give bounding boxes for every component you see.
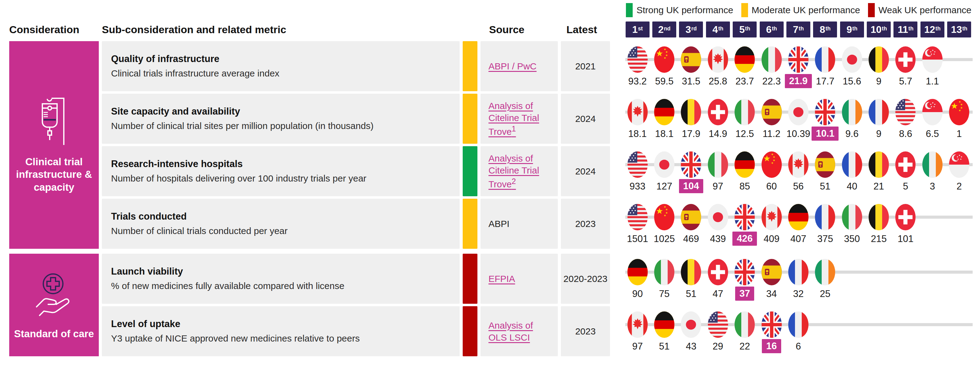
- source-link[interactable]: Analysis of Citeline Trial Trove2: [488, 152, 550, 190]
- rank-entry: 15.6: [838, 41, 865, 91]
- rank-entry: 34: [758, 254, 785, 304]
- flag-sg-icon: [949, 152, 969, 178]
- rank-entry: 6: [785, 306, 811, 356]
- source-link[interactable]: EFPIA: [488, 273, 515, 285]
- country-ranking-strip: 9751432922166: [624, 306, 973, 356]
- rank-value: 51: [659, 341, 670, 352]
- rank-value: 47: [713, 288, 723, 299]
- source-header: Source: [480, 24, 558, 37]
- latest-year: 2023: [561, 306, 610, 356]
- metric-title: Level of uptake: [111, 318, 450, 329]
- rank-value: 469: [683, 233, 699, 245]
- performance-rating-indicator-weak: [463, 306, 477, 356]
- flag-fr-icon: [815, 204, 835, 230]
- performance-rating-indicator-strong: [463, 146, 477, 196]
- flag-us-icon: [708, 312, 728, 338]
- rank-value: 18.1: [655, 128, 673, 139]
- rank-entry: 11.2: [758, 94, 785, 144]
- rank-value: 9.6: [845, 128, 859, 139]
- rank-value: 59.5: [655, 76, 673, 87]
- rank-value: 17.9: [682, 128, 700, 139]
- rank-value: 933: [630, 181, 646, 192]
- metric-description: Number of clinical trial sites per milli…: [111, 120, 387, 132]
- rank-entry: 10.1: [812, 94, 838, 144]
- uk-performance-table: Strong UK performanceModerate UK perform…: [0, 0, 980, 379]
- rank-value: 25.8: [709, 76, 727, 87]
- flag-fr-icon: [842, 152, 862, 178]
- rank-value: 3: [930, 181, 935, 192]
- rank-entry: 23.7: [732, 41, 758, 91]
- legend-item: Weak UK performance: [868, 3, 971, 17]
- legend-label: Weak UK performance: [878, 5, 971, 15]
- rank-entry: 40: [838, 146, 865, 196]
- rank-value: 350: [844, 233, 860, 245]
- rank-entry: 12.5: [732, 94, 758, 144]
- rank-entry: 18.1: [651, 94, 678, 144]
- rank-entry: 18.1: [624, 94, 651, 144]
- rank-badge: 5th: [733, 21, 757, 37]
- rank-entry: 1.1: [919, 41, 946, 91]
- rank-value: 23.7: [735, 76, 754, 87]
- consideration-label: Standard of care: [14, 328, 94, 340]
- rank-value: 5.7: [899, 76, 912, 87]
- rank-entry: 10.39: [785, 94, 811, 144]
- consideration-label: Clinical trial infrastructure & capacity: [13, 155, 95, 193]
- rank-value: 9: [876, 128, 881, 139]
- latest-year: 2021: [561, 41, 610, 91]
- rank-value: 18.1: [628, 128, 647, 139]
- rank-value: 439: [710, 233, 726, 245]
- legend-swatch: [626, 3, 633, 17]
- rank-value: 15.6: [843, 76, 861, 87]
- flag-it-icon: [762, 46, 782, 73]
- flag-de-icon: [627, 259, 648, 285]
- source-link[interactable]: ABPI / PwC: [488, 60, 537, 72]
- rank-entry: 21: [865, 146, 892, 196]
- iv-drip-icon: [36, 96, 72, 150]
- performance-rating-indicator-moderate: [463, 199, 477, 249]
- rank-value: 60: [766, 181, 776, 192]
- flag-de-icon: [735, 46, 755, 73]
- source-cell: EFPIA: [480, 254, 558, 304]
- rank-badge: 9th: [840, 21, 864, 37]
- flag-it-icon: [842, 204, 862, 230]
- flag-us-icon: [895, 99, 916, 125]
- rank-value: 56: [793, 181, 803, 192]
- flag-sg-icon: [922, 99, 943, 125]
- source-link[interactable]: Analysis of Citeline Trial Trove1: [488, 100, 550, 138]
- flag-fr-icon: [788, 259, 808, 285]
- rank-entry: 56: [785, 146, 811, 196]
- rank-entry: 407: [785, 199, 811, 249]
- flag-ca-icon: [708, 46, 728, 73]
- legend-swatch: [868, 3, 875, 17]
- uk-value-highlight: 10.1: [811, 126, 838, 141]
- flag-it-icon: [654, 259, 675, 285]
- rank-entry: 14.9: [705, 94, 731, 144]
- rank-value: 407: [791, 233, 807, 245]
- flag-cn-icon: [762, 152, 782, 178]
- metric-cell: Launch viability% of new medicines fully…: [102, 254, 460, 304]
- metric-description: Number of hospitals delivering over 100 …: [111, 173, 387, 184]
- rank-value: 97: [632, 341, 643, 352]
- rank-entry: 5: [892, 146, 919, 196]
- latest-header: Latest: [561, 24, 610, 37]
- flag-de-icon: [654, 99, 675, 125]
- metric-cell: Quality of infrastructureClinical trials…: [102, 41, 460, 91]
- uk-value-highlight: 104: [679, 179, 703, 193]
- metric-row: Level of uptakeY3 uptake of NICE approve…: [102, 306, 973, 356]
- source-link[interactable]: Analysis of OLS LSCI: [488, 320, 550, 343]
- latest-year: 2024: [561, 146, 610, 196]
- rank-entry: 97: [624, 306, 651, 356]
- rank-entry: 51: [812, 146, 838, 196]
- rank-value: 34: [766, 288, 776, 299]
- consideration-group: Clinical trial infrastructure & capacity…: [9, 41, 973, 249]
- rank-value: 9: [876, 76, 881, 87]
- rank-entry: 469: [678, 199, 705, 249]
- flag-us-icon: [627, 46, 648, 73]
- flag-gb-icon: [735, 204, 755, 230]
- consideration-header: Consideration: [9, 24, 99, 37]
- rank-entry: 32: [785, 254, 811, 304]
- rank-entry: 21.9: [785, 41, 811, 91]
- rank-value: 375: [817, 233, 833, 245]
- flag-ch-icon: [895, 152, 916, 178]
- metric-description: Y3 uptake of NICE approved new medicines…: [111, 333, 387, 344]
